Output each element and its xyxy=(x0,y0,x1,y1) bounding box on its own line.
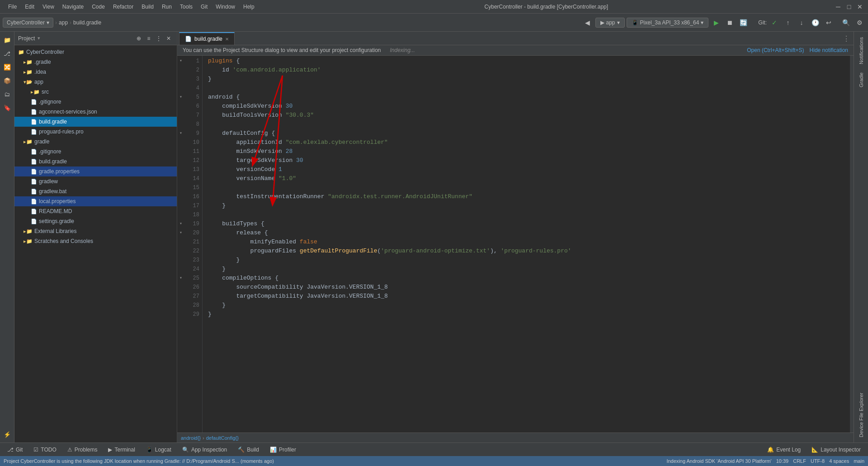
status-charset[interactable]: UTF-8 xyxy=(811,458,825,464)
menu-item-build[interactable]: Build xyxy=(138,3,157,11)
gutter-20[interactable]: ▾ xyxy=(177,228,184,238)
tree-item-README_MD[interactable]: 📄README.MD xyxy=(14,206,177,216)
menu-item-navigate[interactable]: Navigate xyxy=(59,3,87,11)
sidebar-icon-commit[interactable]: ⎇ xyxy=(1,47,14,60)
code-line-21[interactable]: minifyEnabled false xyxy=(208,238,850,247)
tree-item-gradlew_bat[interactable]: 📄gradlew.bat xyxy=(14,186,177,196)
open-structure-link[interactable]: Open (Ctrl+Alt+Shift+S) xyxy=(747,47,804,53)
menu-item-git[interactable]: Git xyxy=(197,3,211,11)
code-line-22[interactable]: proguardFiles getDefaultProguardFile('pr… xyxy=(208,247,850,256)
git-arrow-up[interactable]: ↑ xyxy=(782,17,794,29)
sidebar-icon-pull[interactable]: 🔀 xyxy=(1,61,14,73)
code-line-17[interactable]: } xyxy=(208,201,850,210)
code-line-25[interactable]: compileOptions { xyxy=(208,274,850,283)
tree-item-build_gradle[interactable]: 📄build.gradle xyxy=(14,117,177,127)
right-sidebar-device-explorer[interactable]: Device File Explorer xyxy=(859,389,864,441)
close-btn[interactable]: ✕ xyxy=(856,3,863,10)
panel-dropdown-icon[interactable]: ▾ xyxy=(38,35,40,41)
tree-item-src[interactable]: ▸📁src xyxy=(14,87,177,97)
code-line-1[interactable]: plugins { xyxy=(208,57,850,66)
hide-notification-link[interactable]: Hide notification xyxy=(810,47,848,53)
status-crlf[interactable]: CRLF xyxy=(793,458,806,464)
git-checkmark[interactable]: ✓ xyxy=(769,17,780,29)
title-bar-menus[interactable]: FileEditViewNavigateCodeRefactorBuildRun… xyxy=(5,3,258,11)
bottom-tab-problems[interactable]: ⚠ Problems xyxy=(63,443,102,456)
tree-item-gradle[interactable]: ▸📁gradle xyxy=(14,137,177,147)
code-line-19[interactable]: buildTypes { xyxy=(208,219,850,228)
tree-item-build_gradle[interactable]: 📄build.gradle xyxy=(14,157,177,166)
panel-action-close[interactable]: ✕ xyxy=(164,34,173,43)
tree-item-proguard_rules_pro[interactable]: 📄proguard-rules.pro xyxy=(14,127,177,137)
code-line-7[interactable]: buildToolsVersion "30.0.3" xyxy=(208,111,850,120)
code-line-18[interactable] xyxy=(208,210,850,219)
sidebar-icon-build[interactable]: ⚡ xyxy=(1,428,14,441)
gutter-9[interactable]: ▾ xyxy=(177,129,184,138)
code-line-23[interactable]: } xyxy=(208,256,850,265)
sidebar-icon-resource[interactable]: 📦 xyxy=(1,74,14,87)
event-log-tab[interactable]: 🔔 Event Log xyxy=(763,443,805,456)
tab-close-icon[interactable]: ✕ xyxy=(225,37,229,42)
code-line-29[interactable]: } xyxy=(208,310,850,319)
code-line-26[interactable]: sourceCompatibility JavaVersion.VERSION_… xyxy=(208,283,850,292)
menu-item-edit[interactable]: Edit xyxy=(21,3,38,11)
sidebar-icon-bookmarks[interactable]: 🔖 xyxy=(1,101,14,114)
git-undo[interactable]: ↩ xyxy=(823,17,835,29)
breadcrumb-android[interactable]: android{} xyxy=(181,435,201,441)
device-selector[interactable]: 📱 Pixel_3a API_33 x86_64 ▾ xyxy=(627,18,709,28)
menu-item-window[interactable]: Window xyxy=(212,3,239,11)
code-line-10[interactable]: applicationId "com.elexlab.cybercontroll… xyxy=(208,138,850,147)
code-line-5[interactable]: android { xyxy=(208,93,850,102)
breadcrumb-defaultconfig[interactable]: defaultConfig{} xyxy=(206,435,239,441)
menu-item-tools[interactable]: Tools xyxy=(176,3,196,11)
status-indent[interactable]: 4 spaces xyxy=(829,458,849,464)
tab-options-btn[interactable]: ⋮ xyxy=(843,34,850,45)
panel-action-sync[interactable]: ⊕ xyxy=(134,34,143,43)
tree-item-settings_gradle[interactable]: 📄settings.gradle xyxy=(14,216,177,226)
maximize-btn[interactable]: □ xyxy=(845,3,853,10)
code-line-16[interactable]: testInstrumentationRunner "androidx.test… xyxy=(208,192,850,201)
sync-btn[interactable]: 🔄 xyxy=(737,17,749,29)
bottom-tab-logcat[interactable]: 📱 Logcat xyxy=(142,443,176,456)
bottom-tab-app-inspection[interactable]: 🔍 App Inspection xyxy=(178,443,231,456)
bottom-tab-terminal[interactable]: ▶ Terminal xyxy=(104,443,139,456)
settings-btn[interactable]: ⚙ xyxy=(854,17,865,29)
layout-inspector-tab[interactable]: 📐 Layout Inspector xyxy=(807,443,865,456)
gutter-1[interactable]: ▾ xyxy=(177,57,184,66)
menu-item-help[interactable]: Help xyxy=(240,3,258,11)
tree-item-_gradle[interactable]: ▸📁.gradle xyxy=(14,57,177,67)
gutter-25[interactable]: ▾ xyxy=(177,274,184,283)
minimize-btn[interactable]: ─ xyxy=(835,3,842,10)
tree-item-gradle_properties[interactable]: 📄gradle.properties xyxy=(14,166,177,176)
gutter-19[interactable]: ▾ xyxy=(177,219,184,228)
code-line-11[interactable]: minSdkVersion 28 xyxy=(208,147,850,156)
right-sidebar-gradle[interactable]: Gradle xyxy=(859,69,864,91)
tree-item-_gitignore[interactable]: 📄.gitignore xyxy=(14,97,177,107)
git-arrow-down[interactable]: ↓ xyxy=(796,17,807,29)
tree-item-local_properties[interactable]: 📄local.properties xyxy=(14,196,177,206)
code-line-14[interactable]: versionName "1.0" xyxy=(208,174,850,183)
right-sidebar-notifications[interactable]: Notifications xyxy=(859,33,864,68)
code-line-27[interactable]: targetCompatibility JavaVersion.VERSION_… xyxy=(208,292,850,301)
sidebar-icon-structure[interactable]: 🗂 xyxy=(1,88,14,100)
stop-btn[interactable]: ⏹ xyxy=(724,17,736,29)
bottom-tab-profiler[interactable]: 📊 Profiler xyxy=(265,443,301,456)
tree-item-Scratches_and_Consoles[interactable]: ▸📁Scratches and Consoles xyxy=(14,236,177,246)
title-controls[interactable]: ─ □ ✕ xyxy=(835,3,863,10)
code-line-13[interactable]: versionCode 1 xyxy=(208,165,850,174)
menu-item-run[interactable]: Run xyxy=(158,3,175,11)
tree-item-CyberController[interactable]: 📁CyberController xyxy=(14,47,177,57)
code-line-4[interactable] xyxy=(208,84,850,93)
code-line-9[interactable]: defaultConfig { xyxy=(208,129,850,138)
scrollbar-v[interactable] xyxy=(850,56,854,433)
menu-item-file[interactable]: File xyxy=(5,3,20,11)
code-line-15[interactable] xyxy=(208,183,850,192)
tree-item-gradlew[interactable]: 📄gradlew xyxy=(14,176,177,186)
code-line-3[interactable]: } xyxy=(208,75,850,84)
code-line-6[interactable]: compileSdkVersion 30 xyxy=(208,102,850,111)
back-btn[interactable]: ◀ xyxy=(582,17,594,29)
bottom-tab-todo[interactable]: ☑ TODO xyxy=(29,443,61,456)
tree-item-_gitignore[interactable]: 📄.gitignore xyxy=(14,147,177,157)
code-line-12[interactable]: targetSdkVersion 30 xyxy=(208,156,850,165)
menu-item-code[interactable]: Code xyxy=(88,3,108,11)
code-line-8[interactable] xyxy=(208,120,850,129)
